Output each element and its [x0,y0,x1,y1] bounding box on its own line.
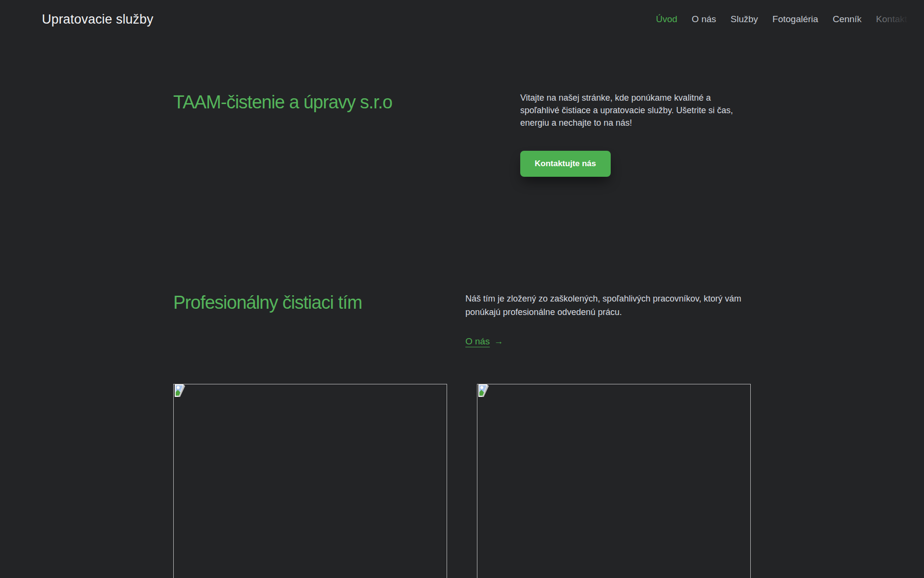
broken-image-1 [173,384,447,578]
team-text: Náš tím je zložený zo zaškolených, spoľa… [465,292,751,319]
about-link-label: O nás [465,336,490,347]
contact-button[interactable]: Kontaktujte nás [520,151,611,177]
hero-text: Vitajte na našej stránke, kde ponúkame k… [520,92,751,129]
broken-image-icon [478,384,490,397]
image-gallery [173,384,751,578]
hero-section: TAAM-čistenie a úpravy s.r.o Vitajte na … [0,39,924,177]
team-section: Profesionálny čistiaci tím Náš tím je zl… [0,177,924,578]
main-nav: Úvod O nás Služby Fotogaléria Cenník Kon… [656,0,907,39]
nav-item-kontakt[interactable]: Kontakt [876,14,907,25]
about-link[interactable]: O nás → [465,336,503,347]
broken-image-icon [175,384,186,397]
site-header: Upratovacie služby Úvod O nás Služby Fot… [0,0,924,39]
broken-image-2 [477,384,751,578]
nav-item-fotogaleria[interactable]: Fotogaléria [772,14,818,25]
nav-item-cennik[interactable]: Cenník [833,14,861,25]
arrow-right-icon: → [494,336,503,347]
team-heading: Profesionálny čistiaci tím [173,292,462,314]
nav-item-sluzby[interactable]: Služby [731,14,758,25]
hero-heading: TAAM-čistenie a úpravy s.r.o [173,92,520,114]
nav-item-uvod[interactable]: Úvod [656,14,677,25]
brand-logo[interactable]: Upratovacie služby [42,12,154,27]
nav-item-o-nas[interactable]: O nás [692,14,716,25]
